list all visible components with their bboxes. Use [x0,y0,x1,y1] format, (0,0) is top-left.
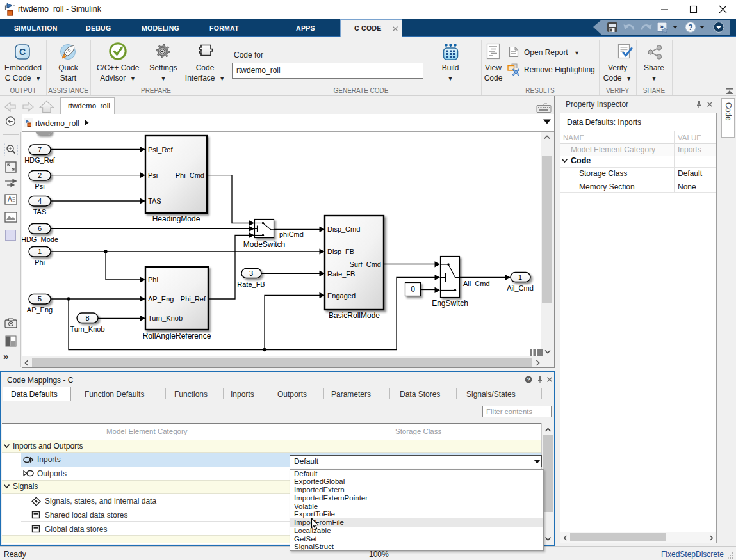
svg-text:C: C [19,47,26,57]
svg-text:?: ? [527,376,530,383]
svg-text:»: » [660,23,664,30]
svg-text:?: ? [688,23,692,32]
svg-text:A: A [8,196,12,203]
